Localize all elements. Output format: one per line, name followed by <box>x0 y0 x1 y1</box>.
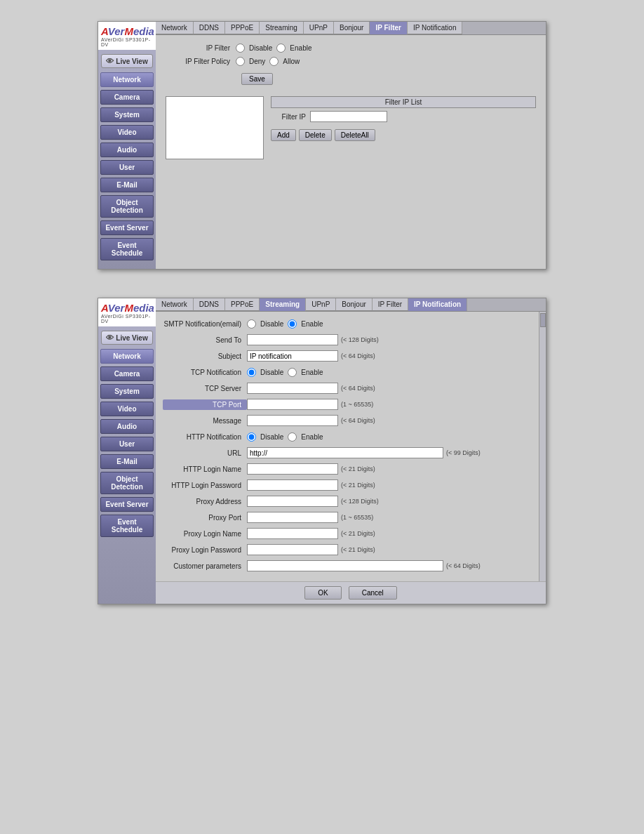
sidebar-item-video1[interactable]: Video <box>100 125 153 140</box>
sidebar-item-eventschedule1[interactable]: Event Schedule <box>100 238 153 260</box>
ip-filter-deny-radio[interactable] <box>236 57 245 66</box>
smtp-disable-label: Disable <box>260 320 283 328</box>
tcp-port-input[interactable] <box>247 399 338 410</box>
sidebar-item-network1[interactable]: Network <box>100 72 153 87</box>
live-view-button2[interactable]: 👁 Live View <box>101 331 153 345</box>
delete-button[interactable]: Delete <box>299 129 332 141</box>
url-label: URL <box>163 449 247 457</box>
tab-streaming1[interactable]: Streaming <box>260 22 304 34</box>
tab-bonjour1[interactable]: Bonjour <box>334 22 370 34</box>
tab-ipfilter1[interactable]: IP Filter <box>370 22 408 34</box>
sidebar-item-eventserver1[interactable]: Event Server <box>100 220 153 235</box>
sidebar-item-video2[interactable]: Video <box>100 402 153 416</box>
tab-ipnotification2[interactable]: IP Notification <box>408 298 467 311</box>
tab-pppoe1[interactable]: PPPoE <box>225 22 260 34</box>
http-disable-radio[interactable] <box>247 432 256 442</box>
tab-upnp1[interactable]: UPnP <box>304 22 334 34</box>
filter-ip-row: Filter IP <box>271 111 536 122</box>
sidebar-item-email1[interactable]: E-Mail <box>100 178 153 192</box>
sidebar-item-eventschedule2[interactable]: Event Schedule <box>100 515 153 537</box>
sidebar1: AVerMedia AVerDiGi SP3301P-DV 👁 Live Vie… <box>98 22 156 269</box>
live-view-label1: Live View <box>116 58 147 65</box>
eye-icon2: 👁 <box>106 333 114 342</box>
tab-bonjour2[interactable]: Bonjour <box>336 298 372 311</box>
subject-row: Subject (< 64 Digits) <box>163 350 532 362</box>
http-login-name-hint: (< 21 Digits) <box>341 465 375 472</box>
sidebar-item-audio1[interactable]: Audio <box>100 143 153 157</box>
proxy-login-password-label: Proxy Login Password <box>163 546 247 554</box>
ok-button[interactable]: OK <box>304 586 341 600</box>
filter-list-box[interactable] <box>166 96 264 159</box>
tab-pppoe2[interactable]: PPPoE <box>225 298 260 311</box>
sidebar-item-objdetect2[interactable]: Object Detection <box>100 472 153 494</box>
proxy-login-password-input[interactable] <box>247 544 338 555</box>
customer-parameters-input[interactable] <box>247 560 443 571</box>
url-input[interactable] <box>247 447 443 458</box>
save-button1[interactable]: Save <box>241 73 273 85</box>
notif-form: SMTP Notification(email) Disable Enable … <box>156 312 539 581</box>
tab-network1[interactable]: Network <box>156 22 194 34</box>
smtp-enable-label: Enable <box>301 320 323 328</box>
http-login-password-input[interactable] <box>247 479 338 491</box>
ip-filter-disable-radio[interactable] <box>236 44 245 53</box>
tcp-server-hint: (< 64 Digits) <box>341 385 375 392</box>
tcp-disable-radio[interactable] <box>247 368 256 377</box>
tab-ipnotification1[interactable]: IP Notification <box>408 22 463 34</box>
tab-ddns1[interactable]: DDNS <box>194 22 225 34</box>
sidebar-item-system2[interactable]: System <box>100 384 153 399</box>
smtp-enable-radio[interactable] <box>288 319 297 329</box>
smtp-disable-radio[interactable] <box>247 319 256 329</box>
ip-filter-enable-label: Enable <box>290 44 311 52</box>
main-content2: Network DDNS PPPoE Streaming UPnP Bonjou… <box>156 298 546 604</box>
ip-filter-allow-radio[interactable] <box>269 57 279 66</box>
sidebar-item-user2[interactable]: User <box>100 437 153 451</box>
sidebar-item-email2[interactable]: E-Mail <box>100 454 153 469</box>
sidebar-item-camera1[interactable]: Camera <box>100 90 153 105</box>
message-input[interactable] <box>247 415 338 426</box>
message-label: Message <box>163 417 247 425</box>
sidebar-item-eventserver2[interactable]: Event Server <box>100 497 153 512</box>
tab-upnp2[interactable]: UPnP <box>306 298 336 311</box>
proxy-port-input[interactable] <box>247 512 338 523</box>
tab-network2[interactable]: Network <box>156 298 194 311</box>
tcp-enable-radio[interactable] <box>288 368 297 377</box>
tab-streaming2[interactable]: Streaming <box>260 298 306 311</box>
smtp-row: SMTP Notification(email) Disable Enable <box>163 317 532 330</box>
sidebar-item-system1[interactable]: System <box>100 107 153 122</box>
customer-parameters-hint: (< 64 Digits) <box>446 562 481 569</box>
scrollbar2[interactable] <box>539 312 546 581</box>
tcp-enable-label: Enable <box>301 369 323 376</box>
sidebar-item-audio2[interactable]: Audio <box>100 419 153 434</box>
sidebar-item-camera2[interactable]: Camera <box>100 366 153 381</box>
message-row: Message (< 64 Digits) <box>163 414 532 427</box>
cancel-button[interactable]: Cancel <box>349 586 397 600</box>
tcp-server-input[interactable] <box>247 383 338 394</box>
tab-ipfilter2[interactable]: IP Filter <box>373 298 408 311</box>
http-login-password-row: HTTP Login Password (< 21 Digits) <box>163 479 532 491</box>
ip-filter-label: IP Filter <box>166 44 236 52</box>
logo-sub2: AVerDiGi SP3301P-DV <box>101 314 153 324</box>
http-login-name-input[interactable] <box>247 463 338 475</box>
add-button[interactable]: Add <box>271 129 296 141</box>
tab-ddns2[interactable]: DDNS <box>194 298 225 311</box>
subject-input[interactable] <box>247 350 338 362</box>
ip-filter-allow-label: Allow <box>283 58 300 65</box>
scrollable-inner: SMTP Notification(email) Disable Enable … <box>156 312 539 581</box>
proxy-login-name-input[interactable] <box>247 528 338 539</box>
panel2: AVerMedia AVerDiGi SP3301P-DV 👁 Live Vie… <box>98 298 546 604</box>
ip-filter-enable-radio[interactable] <box>276 44 286 53</box>
tcp-port-hint: (1 ~ 65535) <box>341 401 373 408</box>
tcp-notification-label: TCP Notification <box>163 369 247 376</box>
sidebar-item-user1[interactable]: User <box>100 160 153 175</box>
http-enable-radio[interactable] <box>288 432 297 442</box>
send-to-input[interactable] <box>247 334 338 345</box>
sidebar-item-objdetect1[interactable]: Object Detection <box>100 195 153 218</box>
filter-ip-input[interactable] <box>310 111 387 122</box>
delete-all-button[interactable]: DeleteAll <box>335 129 375 141</box>
proxy-address-input[interactable] <box>247 496 338 507</box>
live-view-button1[interactable]: 👁 Live View <box>101 54 153 68</box>
logo-area2: AVerMedia AVerDiGi SP3301P-DV <box>98 298 156 326</box>
url-row: URL (< 99 Digits) <box>163 446 532 459</box>
sidebar-item-network2[interactable]: Network <box>100 349 153 364</box>
http-radios: Disable Enable <box>247 432 323 442</box>
